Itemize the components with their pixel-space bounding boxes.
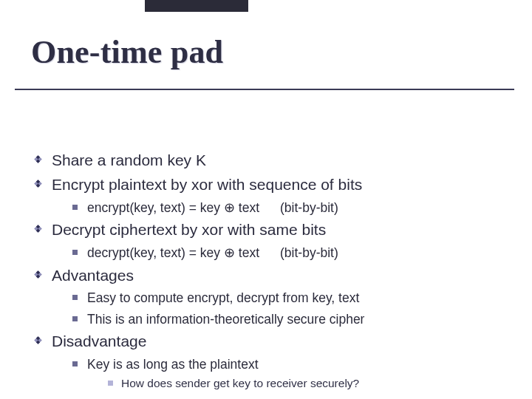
sub-advantage-easy: Easy to compute encrypt, decrypt from ke… <box>71 290 511 306</box>
sub-text: Easy to compute encrypt, decrypt from ke… <box>87 290 359 305</box>
bullet-decrypt: Decrypt ciphertext by xor with same bits… <box>31 220 511 261</box>
bullet-list-level1: Share a random key K Encrypt plaintext b… <box>31 151 511 390</box>
diamond-bullet-icon <box>33 178 44 189</box>
sub-encrypt-formula: encrypt(key, text) = key ⊕ text(bit-by-b… <box>71 200 511 216</box>
title-accent-strip <box>145 0 248 12</box>
title-underline <box>15 89 514 90</box>
bullet-list-level2: decrypt(key, text) = key ⊕ text(bit-by-b… <box>71 245 511 261</box>
diamond-bullet-icon <box>33 269 44 280</box>
diamond-bullet-icon <box>33 335 44 346</box>
sub-text: Key is as long as the plaintext <box>87 357 259 372</box>
diamond-bullet-icon <box>33 223 44 234</box>
sub-decrypt-formula: decrypt(key, text) = key ⊕ text(bit-by-b… <box>71 245 511 261</box>
oplus-icon: ⊕ <box>224 245 235 260</box>
bullet-text: Advantages <box>52 267 134 284</box>
bullet-encrypt: Encrypt plaintext by xor with sequence o… <box>31 175 511 216</box>
formula-tail: (bit-by-bit) <box>280 200 338 215</box>
bullet-text: Disadvantage <box>52 332 146 349</box>
subsub-text: How does sender get key to receiver secu… <box>121 377 359 389</box>
oplus-icon: ⊕ <box>224 200 235 215</box>
bullet-advantages: Advantages Easy to compute encrypt, decr… <box>31 266 511 328</box>
formula-mid: text <box>235 245 259 260</box>
bullet-list-level2: Key is as long as the plaintext How does… <box>71 356 511 390</box>
formula-tail: (bit-by-bit) <box>280 245 338 260</box>
formula-prefix: decrypt(key, text) = key <box>87 245 224 260</box>
formula-prefix: encrypt(key, text) = key <box>87 200 224 215</box>
bullet-list-level3: How does sender get key to receiver secu… <box>108 376 511 390</box>
slide-body: Share a random key K Encrypt plaintext b… <box>31 75 511 399</box>
slide-title: One-time pad <box>31 0 511 75</box>
bullet-text: Decrypt ciphertext by xor with same bits <box>52 221 326 238</box>
bullet-list-level2: Easy to compute encrypt, decrypt from ke… <box>71 290 511 327</box>
subsub-transport-question: How does sender get key to receiver secu… <box>108 376 511 390</box>
sub-advantage-secure: This is an information-theoretically sec… <box>71 311 511 327</box>
formula-mid: text <box>235 200 259 215</box>
sub-text: This is an information-theoretically sec… <box>87 312 364 327</box>
slide: One-time pad Share a random key K Encryp… <box>0 0 532 399</box>
bullet-share-key: Share a random key K <box>31 151 511 171</box>
bullet-list-level2: encrypt(key, text) = key ⊕ text(bit-by-b… <box>71 200 511 216</box>
bullet-text: Share a random key K <box>52 151 206 168</box>
sub-disadvantage-keylen: Key is as long as the plaintext How does… <box>71 356 511 390</box>
diamond-bullet-icon <box>33 154 44 165</box>
bullet-text: Encrypt plaintext by xor with sequence o… <box>52 176 362 193</box>
bullet-disadvantage: Disadvantage Key is as long as the plain… <box>31 332 511 390</box>
